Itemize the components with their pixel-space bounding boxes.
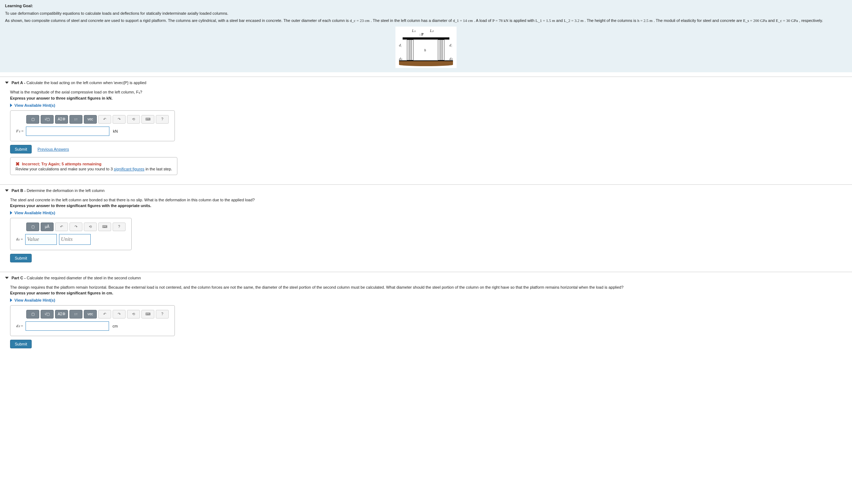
fig-label-L1: L₁ [412, 28, 416, 33]
tb-units-button[interactable]: µÅ [41, 223, 54, 231]
tb-reset-button[interactable]: ⟲ [127, 115, 140, 124]
tb-keyboard-button[interactable]: ⌨ [141, 115, 154, 124]
tb-help-button[interactable]: ? [156, 115, 169, 124]
value-Ec: E_c = 30 GPa [776, 18, 798, 23]
feedback-body: Review your calculations and make sure y… [15, 167, 172, 171]
value-h: h = 2.5 m [637, 18, 652, 23]
feedback-title: Incorrect; Try Again; 5 attempts remaini… [22, 162, 101, 166]
tb-sqrt-button[interactable]: √▢ [41, 115, 54, 124]
view-hints-button[interactable]: View Available Hint(s) [10, 103, 847, 107]
value-L2: L_2 = 3.2 m [564, 18, 583, 23]
tb-keyboard-button[interactable]: ⌨ [98, 223, 111, 231]
part-a-title: Calculate the load acting on the left co… [26, 81, 146, 85]
text: . The steel in the left column has a dia… [371, 18, 453, 23]
incorrect-icon: ✖ [15, 161, 20, 167]
problem-intro: Learning Goal: To use deformation compat… [0, 0, 852, 72]
tb-help-button[interactable]: ? [156, 310, 169, 319]
fig-label-h: h [424, 47, 426, 53]
part-a-submit-button[interactable]: Submit [10, 145, 32, 154]
text: . A load of [474, 18, 492, 23]
tb-vec-button[interactable]: vec [84, 115, 97, 124]
fig-label-dc-right: d꜀ [449, 42, 452, 48]
text: and [556, 18, 564, 23]
chevron-down-icon [5, 277, 9, 279]
part-c-variable: d₂ = [16, 324, 23, 328]
text: in the last step. [144, 167, 172, 171]
text: is applied with [509, 18, 535, 23]
tb-undo-button[interactable]: ↶ [55, 223, 68, 231]
part-b-submit-button[interactable]: Submit [10, 254, 32, 262]
tb-redo-button[interactable]: ↷ [113, 115, 126, 124]
chevron-down-icon [5, 82, 9, 84]
equation-toolbar: ▢ √▢ ΑΣΦ ↕↑ vec ↶ ↷ ⟲ ⌨ ? [26, 115, 169, 124]
tb-undo-button[interactable]: ↶ [98, 310, 111, 319]
part-c-unit: cm [113, 324, 118, 328]
tb-reset-button[interactable]: ⟲ [84, 223, 97, 231]
part-c-header[interactable]: Part C - Calculate the required diameter… [0, 272, 852, 281]
part-c-submit-button[interactable]: Submit [10, 340, 32, 348]
text: As shown, two composite columns of steel… [5, 18, 350, 23]
part-c-answer-input[interactable] [26, 321, 109, 331]
value-L1: L_1 = 1.5 m [535, 18, 555, 23]
tb-arrows-button[interactable]: ↕↑ [69, 115, 82, 124]
value-P: P = 78 kN [492, 18, 508, 23]
learning-goal-label: Learning Goal: [5, 3, 847, 9]
equation-toolbar: ▢ √▢ ΑΣΦ ↕↑ vec ↶ ↷ ⟲ ⌨ ? [26, 310, 169, 319]
learning-goal-text: To use deformation compatibility equatio… [5, 10, 847, 17]
part-c-body: The design requires that the platform re… [0, 281, 852, 353]
part-a-instruction: Express your answer to three significant… [10, 96, 847, 100]
tb-reset-button[interactable]: ⟲ [127, 310, 140, 319]
sig-figures-link[interactable]: significant figures [114, 167, 144, 171]
text: . The height of the columns is [585, 18, 638, 23]
text: Review your calculations and make sure y… [15, 167, 114, 171]
part-c-title: Calculate the required diameter of the s… [27, 276, 141, 280]
problem-statement: As shown, two composite columns of steel… [5, 18, 847, 24]
tb-keyboard-button[interactable]: ⌨ [141, 310, 154, 319]
part-c-answer-box: ▢ √▢ ΑΣΦ ↕↑ vec ↶ ↷ ⟲ ⌨ ? d₂ = cm [10, 305, 175, 336]
part-a-header[interactable]: Part A - Calculate the load acting on th… [0, 77, 852, 86]
text: . The moduli of elasticity for steel and… [654, 18, 743, 23]
part-b-units-input[interactable] [59, 234, 91, 245]
text: and [768, 18, 776, 23]
part-a-question: What is the magnitude of the axial compr… [10, 90, 847, 95]
tb-help-button[interactable]: ? [113, 223, 126, 231]
chevron-right-icon [10, 298, 12, 302]
part-c-label: Part C - [12, 276, 26, 280]
tb-sqrt-button[interactable]: √▢ [41, 310, 54, 319]
part-a-answer-input[interactable] [26, 127, 109, 136]
tb-undo-button[interactable]: ↶ [98, 115, 111, 124]
part-b-header[interactable]: Part B - Determine the deformation in th… [0, 184, 852, 194]
part-b-question: The steel and concrete in the left colum… [10, 198, 847, 202]
value-Es: E_s = 200 GPa [743, 18, 767, 23]
tb-arrows-button[interactable]: ↕↑ [69, 310, 82, 319]
equation-toolbar: ▢ µÅ ↶ ↷ ⟲ ⌨ ? [26, 223, 126, 231]
fig-label-L2: L₂ [430, 28, 434, 33]
part-c-question: The design requires that the platform re… [10, 285, 847, 289]
tb-vec-button[interactable]: vec [84, 310, 97, 319]
tb-redo-button[interactable]: ↷ [113, 310, 126, 319]
part-a-label: Part A - [12, 81, 25, 85]
tb-greek-button[interactable]: ΑΣΦ [55, 115, 68, 124]
tb-greek-button[interactable]: ΑΣΦ [55, 310, 68, 319]
tb-template-button[interactable]: ▢ [26, 310, 39, 319]
value-d1: d_1 = 14 cm [453, 18, 473, 23]
part-b-answer-box: ▢ µÅ ↶ ↷ ⟲ ⌨ ? δ₁ = [10, 218, 132, 250]
previous-answers-link[interactable]: Previous Answers [37, 147, 69, 151]
chevron-right-icon [10, 104, 12, 107]
hints-label: View Available Hint(s) [14, 298, 55, 302]
hints-label: View Available Hint(s) [14, 211, 55, 215]
view-hints-button[interactable]: View Available Hint(s) [10, 298, 847, 302]
part-a-unit: kN [113, 129, 118, 133]
part-b-value-input[interactable] [25, 234, 57, 245]
view-hints-button[interactable]: View Available Hint(s) [10, 211, 847, 215]
part-a-body: What is the magnitude of the axial compr… [0, 86, 852, 180]
part-a-answer-box: ▢ √▢ ΑΣΦ ↕↑ vec ↶ ↷ ⟲ ⌨ ? F₁ = kN [10, 110, 175, 141]
tb-template-button[interactable]: ▢ [26, 223, 39, 231]
tb-redo-button[interactable]: ↷ [69, 223, 82, 231]
hints-label: View Available Hint(s) [14, 103, 55, 107]
tb-template-button[interactable]: ▢ [26, 115, 39, 124]
part-b-body: The steel and concrete in the left colum… [0, 194, 852, 267]
part-b-instruction: Express your answer to three significant… [10, 203, 847, 208]
part-a-feedback: ✖ Incorrect; Try Again; 5 attempts remai… [10, 157, 177, 175]
fig-label-P: P [421, 32, 423, 37]
